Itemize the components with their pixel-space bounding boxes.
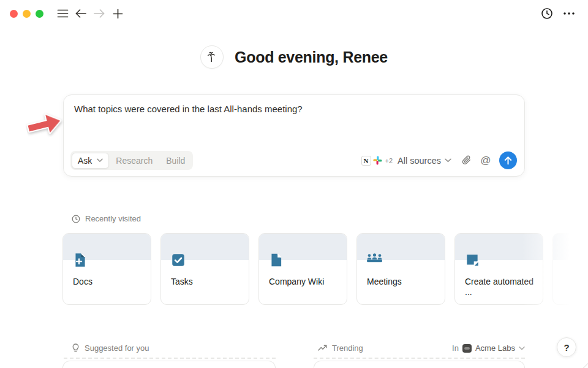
greeting-header: Good evening, Renee [0, 45, 588, 69]
trending-header: Trending [318, 343, 363, 353]
mode-switcher: Ask Research Build [70, 151, 193, 170]
workspace-prefix: In [452, 343, 459, 353]
source-icons: N +2 [361, 156, 393, 166]
recent-card-partial[interactable] [552, 233, 588, 305]
help-button[interactable]: ? [557, 337, 576, 357]
mention-icon[interactable]: @ [477, 152, 494, 169]
recently-visited-title: Recently visited [85, 214, 141, 223]
workspace-filter-dropdown[interactable]: In Acme Labs [452, 343, 525, 353]
page-title: Good evening, Renee [235, 48, 388, 66]
extra-sources-count: +2 [385, 157, 393, 164]
chevron-down-icon [519, 347, 525, 350]
send-button[interactable] [499, 151, 517, 169]
trending-card-peek[interactable] [314, 361, 525, 368]
all-sources-label: All sources [398, 156, 441, 166]
chevron-down-icon [445, 158, 451, 163]
history-icon[interactable] [538, 4, 556, 23]
window-toolbar [0, 0, 588, 27]
recently-visited-cards: DocsTasksCompany WikiMeetingsCreate auto… [62, 233, 588, 305]
recent-card-create-automated[interactable]: Create automated ... [454, 233, 543, 305]
palm-tree-icon [200, 45, 224, 69]
card-label: Tasks [171, 277, 243, 287]
back-icon[interactable] [72, 4, 90, 23]
divider-dashed [64, 358, 276, 359]
workspace-name: Acme Labs [475, 343, 515, 353]
card-label: Docs [73, 277, 145, 287]
arrow-up-icon [504, 156, 512, 165]
meeting-people-icon [366, 252, 382, 268]
card-label: Meetings [367, 277, 439, 287]
lightbulb-icon [72, 343, 80, 353]
card-header-strip [553, 234, 588, 260]
minimize-window-button[interactable] [23, 10, 31, 18]
suggested-header: Suggested for you [72, 343, 149, 353]
close-window-button[interactable] [10, 10, 18, 18]
query-input[interactable]: What topics were covered in the last All… [74, 103, 514, 144]
wiki-doc-icon [268, 252, 284, 268]
new-tab-icon[interactable] [108, 4, 127, 23]
at-glyph: @ [480, 155, 491, 167]
suggested-card-peek[interactable] [62, 361, 276, 368]
ai-composer: What topics were covered in the last All… [63, 94, 525, 177]
clock-icon [72, 215, 80, 223]
menu-icon[interactable] [53, 4, 72, 23]
task-check-icon [170, 252, 186, 268]
automation-icon [464, 252, 480, 268]
annotation-arrow-icon [23, 107, 67, 142]
card-label: Company Wiki [269, 277, 341, 287]
doc-plus-icon [72, 252, 88, 268]
trending-title: Trending [332, 343, 363, 353]
notion-icon: N [361, 156, 371, 166]
mode-ask-label: Ask [78, 156, 92, 166]
mode-research-button[interactable]: Research [109, 153, 159, 168]
mode-build-button[interactable]: Build [159, 153, 192, 168]
resize-handle[interactable] [581, 362, 588, 368]
recent-card-meetings[interactable]: Meetings [356, 233, 445, 305]
app-window: Good evening, Renee What topics were cov… [0, 0, 588, 368]
all-sources-dropdown[interactable]: All sources [398, 156, 451, 166]
recently-visited-header: Recently visited [72, 214, 141, 223]
divider-dashed [314, 358, 525, 359]
more-icon[interactable] [560, 4, 578, 23]
recent-card-docs[interactable]: Docs [62, 233, 151, 305]
workspace-logo-icon [462, 344, 472, 353]
macos-traffic-lights [10, 10, 43, 18]
suggested-title: Suggested for you [85, 343, 149, 353]
maximize-window-button[interactable] [36, 10, 43, 18]
slack-icon [373, 156, 382, 165]
card-label: Create automated ... [465, 277, 537, 297]
trending-icon [318, 345, 327, 351]
mode-ask-button[interactable]: Ask [72, 153, 109, 169]
recent-card-tasks[interactable]: Tasks [160, 233, 249, 305]
recent-card-company-wiki[interactable]: Company Wiki [258, 233, 347, 305]
chevron-down-icon [97, 158, 103, 163]
forward-icon[interactable] [90, 4, 108, 23]
paperclip-icon[interactable] [458, 152, 475, 169]
